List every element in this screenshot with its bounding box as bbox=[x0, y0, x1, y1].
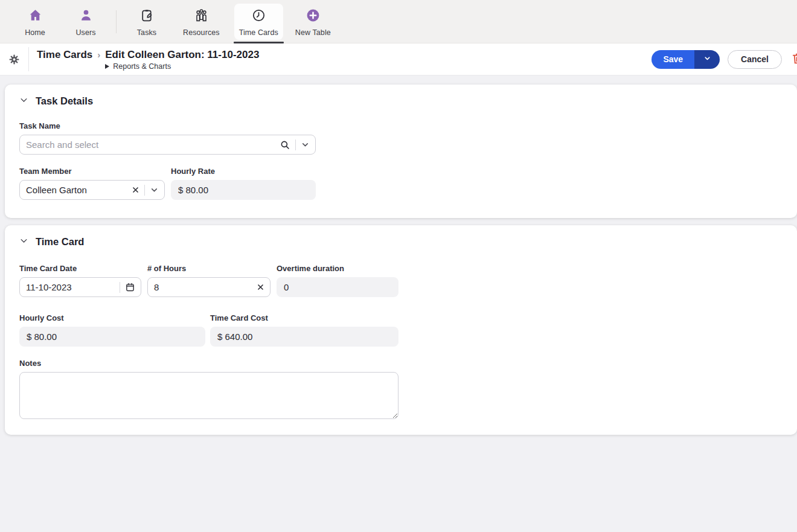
delete-record-button[interactable] bbox=[791, 51, 797, 67]
settings-gear-icon[interactable] bbox=[8, 54, 20, 65]
task-name-combobox bbox=[19, 135, 316, 155]
hours-label: # of Hours bbox=[147, 264, 270, 273]
time-cards-icon bbox=[251, 8, 266, 25]
record-form: Task Details Task Name Team Member bbox=[0, 75, 797, 435]
notes-textarea[interactable] bbox=[19, 372, 398, 419]
input-divider bbox=[144, 185, 145, 196]
notes-label: Notes bbox=[19, 359, 783, 368]
app-table-nav: Home Users Tasks Resources bbox=[0, 0, 797, 43]
breadcrumb-root[interactable]: Time Cards bbox=[37, 48, 92, 62]
nav-item-users[interactable]: Users bbox=[64, 4, 107, 40]
header-divider bbox=[28, 47, 29, 71]
nav-label: Tasks bbox=[137, 28, 156, 37]
home-icon bbox=[28, 8, 43, 25]
hourly-rate-value: $ 80.00 bbox=[171, 180, 316, 200]
team-member-input[interactable] bbox=[26, 185, 132, 195]
hourly-rate-label: Hourly Rate bbox=[171, 167, 316, 176]
overtime-label: Overtime duration bbox=[277, 264, 398, 273]
new-table-icon bbox=[306, 8, 321, 25]
search-icon[interactable] bbox=[280, 139, 290, 150]
overtime-value: 0 bbox=[277, 277, 398, 297]
input-divider bbox=[120, 282, 120, 293]
time-card-cost-value: $ 640.00 bbox=[210, 327, 398, 347]
save-button[interactable]: Save bbox=[651, 50, 694, 69]
time-card-collapse[interactable]: Time Card bbox=[19, 236, 783, 248]
hourly-cost-value: $ 80.00 bbox=[19, 327, 205, 347]
nav-divider bbox=[116, 10, 117, 33]
breadcrumb: Time Cards › Edit Colleen Garton: 11-10-… bbox=[37, 48, 259, 71]
save-options-button[interactable] bbox=[694, 50, 720, 69]
nav-item-time-cards[interactable]: Time Cards bbox=[234, 4, 283, 40]
task-name-input[interactable] bbox=[26, 139, 280, 150]
hourly-cost-label: Hourly Cost bbox=[19, 313, 205, 322]
tasks-icon bbox=[139, 8, 155, 25]
nav-item-new-table[interactable]: New Table bbox=[290, 4, 336, 40]
chevron-down-icon bbox=[19, 236, 28, 248]
time-card-date-picker bbox=[19, 277, 141, 297]
cancel-button[interactable]: Cancel bbox=[728, 50, 782, 69]
save-split-button: Save bbox=[651, 50, 720, 69]
nav-item-tasks[interactable]: Tasks bbox=[125, 4, 168, 40]
task-name-label: Task Name bbox=[19, 121, 783, 130]
time-card-date-input[interactable] bbox=[26, 282, 115, 292]
input-divider bbox=[295, 139, 296, 150]
nav-item-home[interactable]: Home bbox=[13, 4, 57, 40]
section-title: Task Details bbox=[36, 95, 93, 107]
time-card-cost-label: Time Card Cost bbox=[210, 313, 398, 322]
nav-label: Users bbox=[75, 28, 95, 37]
team-member-combobox bbox=[19, 180, 165, 200]
page-header: Time Cards › Edit Colleen Garton: 11-10-… bbox=[0, 43, 797, 75]
page-title: Edit Colleen Garton: 11-10-2023 bbox=[105, 48, 259, 62]
task-details-collapse[interactable]: Task Details bbox=[19, 95, 783, 107]
chevron-down-icon[interactable] bbox=[301, 140, 310, 149]
users-icon bbox=[78, 8, 94, 25]
trash-icon bbox=[791, 51, 797, 67]
nav-item-resources[interactable]: Resources bbox=[178, 4, 225, 40]
reports-and-charts-label: Reports & Charts bbox=[113, 62, 171, 71]
reports-and-charts-toggle[interactable]: Reports & Charts bbox=[105, 62, 259, 71]
time-card-section: Time Card Time Card Date # of Hours bbox=[5, 225, 797, 435]
nav-label: Time Cards bbox=[239, 28, 278, 37]
calendar-icon[interactable] bbox=[125, 282, 135, 292]
chevron-down-icon[interactable] bbox=[150, 185, 159, 194]
team-member-label: Team Member bbox=[19, 167, 165, 176]
nav-label: Resources bbox=[183, 28, 220, 37]
time-card-date-label: Time Card Date bbox=[19, 264, 141, 273]
task-details-section: Task Details Task Name Team Member bbox=[5, 85, 797, 218]
header-actions: Save Cancel bbox=[651, 50, 797, 69]
hours-field bbox=[147, 277, 270, 297]
clear-x-icon[interactable] bbox=[257, 283, 264, 291]
section-title: Time Card bbox=[36, 236, 84, 248]
caret-right-icon bbox=[105, 64, 109, 69]
nav-label: Home bbox=[25, 28, 45, 37]
resources-icon bbox=[194, 8, 209, 25]
breadcrumb-separator-icon: › bbox=[97, 48, 100, 62]
clear-x-icon[interactable] bbox=[132, 186, 139, 194]
chevron-down-icon bbox=[703, 54, 711, 64]
chevron-down-icon bbox=[19, 95, 28, 107]
hours-input[interactable] bbox=[154, 282, 257, 292]
nav-label: New Table bbox=[295, 28, 331, 37]
